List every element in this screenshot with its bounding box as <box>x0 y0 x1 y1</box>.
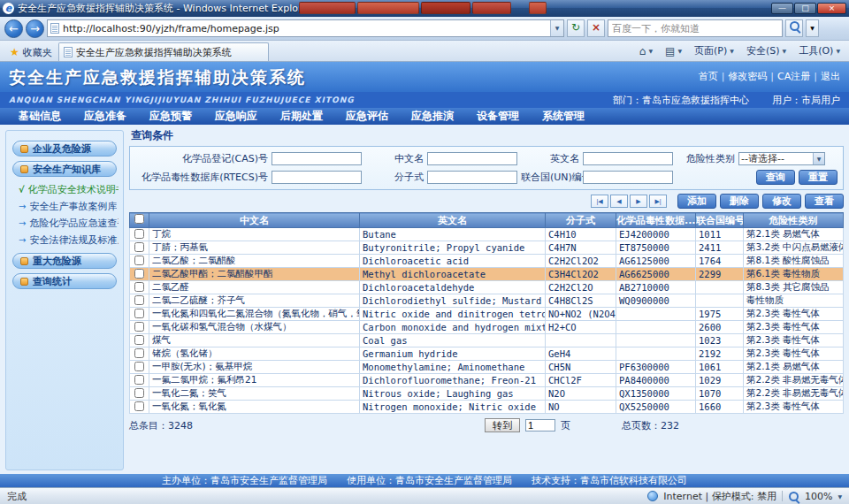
banner-link[interactable]: CA注册 <box>777 70 810 83</box>
table-row[interactable]: 二氯乙醛DichloroacetaldehydeC2H2Cl2OAB271000… <box>130 281 844 294</box>
row-checkbox[interactable] <box>134 269 144 279</box>
goto-page-button[interactable]: 转到 <box>485 418 520 432</box>
banner-link[interactable]: 退出 <box>821 70 840 83</box>
remote-toolbar-button[interactable] <box>357 2 419 14</box>
nav-item[interactable]: 应急推演 <box>400 109 465 124</box>
cell-formula: C4H8Cl2S <box>546 294 616 308</box>
nav-item[interactable]: 基础信息 <box>7 109 73 124</box>
nav-item[interactable]: 系统管理 <box>531 109 596 124</box>
nav-item[interactable]: 应急准备 <box>73 109 138 124</box>
table-row[interactable]: 二氯二乙硫醚；芥子气Dichlorodiethyl sulfide; Musta… <box>130 294 844 308</box>
remote-toolbar-button[interactable] <box>529 2 547 14</box>
table-row[interactable]: 一甲胺(无水)；氨基甲烷Monomethylamine; Aminomethan… <box>130 361 844 374</box>
search-options-icon[interactable]: ▼ <box>806 19 819 37</box>
row-checkbox[interactable] <box>134 348 144 358</box>
rtecs-input[interactable] <box>272 171 362 184</box>
cell-hazard-class: 第3.2类 中闪点易燃液体 <box>744 241 844 255</box>
pager-last-button[interactable]: ▶| <box>649 195 667 208</box>
zoom-dropdown-icon[interactable]: ▼ <box>838 493 842 500</box>
row-checkbox[interactable] <box>134 295 144 305</box>
page-menu[interactable]: 页面(P)▼ <box>689 42 739 60</box>
table-row[interactable]: 一氧化氮；氧化氮Nitrogen monoxide; Nitric oxideN… <box>130 401 844 414</box>
pager-next-button[interactable]: ▶ <box>630 195 647 208</box>
search-button[interactable]: 查询 <box>756 170 795 185</box>
table-row[interactable]: 二氯乙酸甲酯；二氯醋酸甲酯Methyl dichloroacetateC3H4C… <box>130 268 844 281</box>
table-row[interactable]: 丁烷ButaneC4H10EJ42000001011第2.1类 易燃气体 <box>130 228 844 241</box>
print-button[interactable]: ▤▼ <box>660 42 687 60</box>
zoom-level[interactable]: 100% <box>805 491 832 502</box>
table-row[interactable]: 煤气Coal gas1023第2.3类 毒性气体 <box>130 334 844 347</box>
row-checkbox[interactable] <box>134 401 144 411</box>
add-button[interactable]: 添加 <box>677 194 716 209</box>
home-button[interactable]: ⌂▼ <box>634 42 658 60</box>
table-row[interactable]: 一氟二氯甲烷；氟利昂21Dichlorofluoromethane; Freon… <box>130 374 844 387</box>
row-checkbox[interactable] <box>134 229 144 239</box>
table-row[interactable]: 一氧化氮和四氧化二氮混合物（氮氧化物，硝气，氧化氮气体）Nitric oxide… <box>130 308 844 321</box>
row-checkbox[interactable] <box>134 309 144 318</box>
modify-button[interactable]: 修改 <box>762 194 801 209</box>
minimize-button[interactable]: — <box>771 3 793 14</box>
banner-link[interactable]: 修改密码 <box>728 70 767 83</box>
chinese-name-input[interactable] <box>427 152 517 165</box>
row-checkbox[interactable] <box>134 282 144 292</box>
row-checkbox[interactable] <box>134 335 144 345</box>
table-row[interactable]: 一氧化碳和氢气混合物（水煤气）Carbon monoxide and hydro… <box>130 321 844 334</box>
table-row[interactable]: 丁腈；丙基氰Butyronitrile; Propyl cyanideC4H7N… <box>130 241 844 255</box>
table-row[interactable]: 二氯乙酸；二氯醋酸Dichloroacetic acidC2H2Cl2O2AG6… <box>130 255 844 268</box>
nav-item[interactable]: 应急评估 <box>334 109 400 124</box>
stop-button[interactable]: × <box>587 19 605 37</box>
search-input[interactable]: 百度一下，你就知道 <box>608 19 783 37</box>
browser-tab[interactable]: 安全生产应急救援指挥辅助决策系统 <box>58 42 269 61</box>
sidebar-link[interactable]: √化学品安全技术说明书 <box>11 181 119 198</box>
formula-input[interactable] <box>427 171 517 184</box>
refresh-button[interactable]: ↻ <box>567 19 585 37</box>
pager-first-button[interactable]: |◀ <box>591 195 608 208</box>
search-button-browser[interactable] <box>785 19 803 37</box>
forward-button[interactable]: → <box>26 19 44 38</box>
close-button[interactable]: × <box>817 3 846 14</box>
cell-chinese-name: 一甲胺(无水)；氨基甲烷 <box>149 361 360 374</box>
remote-toolbar-button[interactable] <box>421 2 470 14</box>
sidebar-link[interactable]: →危险化学品应急速查手... <box>11 215 119 232</box>
reset-button[interactable]: 重置 <box>799 170 838 185</box>
select-all-checkbox[interactable] <box>134 214 144 224</box>
remote-toolbar-button[interactable] <box>299 2 356 14</box>
sidebar-button[interactable]: 查询统计 <box>12 273 117 289</box>
safety-menu[interactable]: 安全(S)▼ <box>741 42 792 60</box>
table-row[interactable]: 锗烷（氢化锗）Germanium hydrideGeH42192第2.3类 毒性… <box>130 347 844 361</box>
sidebar-button[interactable]: 重大危险源 <box>12 253 117 269</box>
page-number-input[interactable] <box>525 419 555 431</box>
nav-item[interactable]: 应急响应 <box>203 109 269 124</box>
row-checkbox[interactable] <box>134 362 144 371</box>
view-button[interactable]: 查看 <box>805 194 844 209</box>
row-checkbox[interactable] <box>134 375 144 385</box>
tools-menu[interactable]: 工具(O)▼ <box>793 42 845 60</box>
table-row[interactable]: 一氧化二氮；笑气Nitrous oxide; Laughing gasN2OQX… <box>130 387 844 401</box>
remote-toolbar-button[interactable] <box>472 2 511 14</box>
favorites-button[interactable]: ★ 收藏夹 <box>4 43 58 61</box>
nav-item[interactable]: 应急预警 <box>138 109 203 124</box>
banner-link[interactable]: 首页 <box>699 70 718 83</box>
cas-input[interactable] <box>272 152 362 165</box>
cell-chinese-name: 一氧化碳和氢气混合物（水煤气） <box>149 321 360 334</box>
sidebar-link[interactable]: →安全生产事故案例库 <box>11 198 119 215</box>
english-name-input[interactable] <box>583 152 673 165</box>
row-checkbox[interactable] <box>134 322 144 332</box>
pager-prev-button[interactable]: ◀ <box>610 195 628 208</box>
nav-item[interactable]: 设备管理 <box>465 109 531 124</box>
un-number-input[interactable] <box>583 171 673 184</box>
maximize-button[interactable]: □ <box>794 3 816 14</box>
address-dropdown-icon[interactable]: ▼ <box>550 20 563 36</box>
url-text[interactable]: http://localhost:90/yjzh/frame/homepage.… <box>63 23 279 34</box>
row-checkbox[interactable] <box>134 388 144 398</box>
hazard-class-select[interactable]: --请选择-- ▼ <box>738 152 825 165</box>
row-checkbox[interactable] <box>134 256 144 265</box>
row-checkbox[interactable] <box>134 242 144 252</box>
back-button[interactable]: ← <box>4 19 23 38</box>
sidebar-button[interactable]: 企业及危险源 <box>12 141 117 157</box>
delete-button[interactable]: 删除 <box>720 194 759 209</box>
address-bar[interactable]: http://localhost:90/yjzh/frame/homepage.… <box>47 19 564 37</box>
sidebar-link[interactable]: →安全法律法规及标准库 <box>11 232 119 248</box>
nav-item[interactable]: 后期处置 <box>269 109 334 124</box>
sidebar-button[interactable]: 安全生产知识库 <box>12 161 117 177</box>
